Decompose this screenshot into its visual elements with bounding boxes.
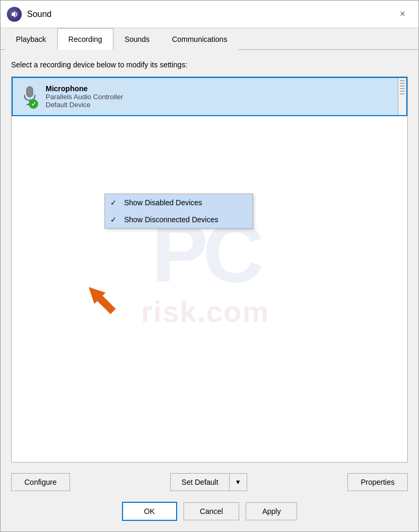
- scrollbar-line: [400, 80, 405, 81]
- scrollbar-line: [400, 88, 405, 89]
- watermark-risk: risk.com: [141, 295, 269, 329]
- set-default-button[interactable]: Set Default: [170, 473, 229, 491]
- svg-rect-1: [27, 86, 33, 97]
- device-scrollbar[interactable]: [398, 78, 406, 115]
- title-bar: Sound ×: [1, 1, 418, 28]
- tabs-bar: Playback Recording Sounds Communications: [1, 28, 418, 50]
- device-icon-wrapper: ✓: [19, 83, 40, 110]
- sound-dialog: Sound × Playback Recording Sounds Commun…: [0, 0, 419, 532]
- device-item[interactable]: ✓ Microphone Parallels Audio Controller …: [12, 77, 407, 116]
- check-icon-disconnected: ✓: [110, 215, 121, 224]
- instruction-text: Select a recording device below to modif…: [11, 60, 408, 69]
- context-menu-item-show-disconnected[interactable]: ✓ Show Disconnected Devices: [105, 211, 252, 228]
- title-bar-left: Sound: [7, 7, 51, 22]
- device-default-label: Default Device: [46, 101, 400, 109]
- properties-button[interactable]: Properties: [347, 473, 408, 491]
- default-check-icon: ✓: [29, 99, 38, 109]
- tab-recording[interactable]: Recording: [57, 28, 114, 50]
- check-icon-disabled: ✓: [110, 198, 121, 207]
- set-default-arrow-button[interactable]: ▼: [229, 473, 247, 491]
- watermark: PC risk.com: [12, 77, 399, 462]
- show-disconnected-label: Show Disconnected Devices: [124, 215, 218, 224]
- scrollbar-lines: [398, 78, 406, 97]
- cancel-button[interactable]: Cancel: [184, 502, 240, 520]
- context-menu-item-show-disabled[interactable]: ✓ Show Disabled Devices: [105, 194, 252, 211]
- arrow-indicator: [81, 276, 123, 324]
- tab-communications[interactable]: Communications: [161, 28, 238, 50]
- action-buttons: OK Cancel Apply: [1, 496, 418, 531]
- bottom-buttons: Configure Set Default ▼ Properties: [1, 468, 418, 496]
- tab-playback[interactable]: Playback: [5, 28, 57, 50]
- dialog-title: Sound: [27, 10, 51, 19]
- scrollbar-line: [400, 91, 405, 92]
- scrollbar-line: [400, 93, 405, 94]
- device-list-box[interactable]: PC risk.com ✓ Microphone Parallels Audi: [11, 76, 408, 463]
- app-icon: [7, 7, 22, 22]
- device-controller: Parallels Audio Controller: [46, 93, 400, 101]
- set-default-group: Set Default ▼: [170, 473, 247, 491]
- svg-marker-4: [83, 282, 119, 317]
- close-button[interactable]: ×: [393, 5, 412, 24]
- scrollbar-line: [400, 83, 405, 84]
- configure-button[interactable]: Configure: [11, 473, 70, 491]
- svg-marker-0: [12, 11, 15, 18]
- device-info: Microphone Parallels Audio Controller De…: [46, 84, 400, 109]
- show-disabled-label: Show Disabled Devices: [124, 198, 202, 207]
- tab-sounds[interactable]: Sounds: [114, 28, 161, 50]
- device-name: Microphone: [46, 84, 400, 93]
- context-menu[interactable]: ✓ Show Disabled Devices ✓ Show Disconnec…: [104, 194, 253, 229]
- ok-button[interactable]: OK: [122, 502, 177, 521]
- tab-content: Select a recording device below to modif…: [1, 50, 418, 468]
- scrollbar-line: [400, 85, 405, 86]
- apply-button[interactable]: Apply: [246, 502, 297, 520]
